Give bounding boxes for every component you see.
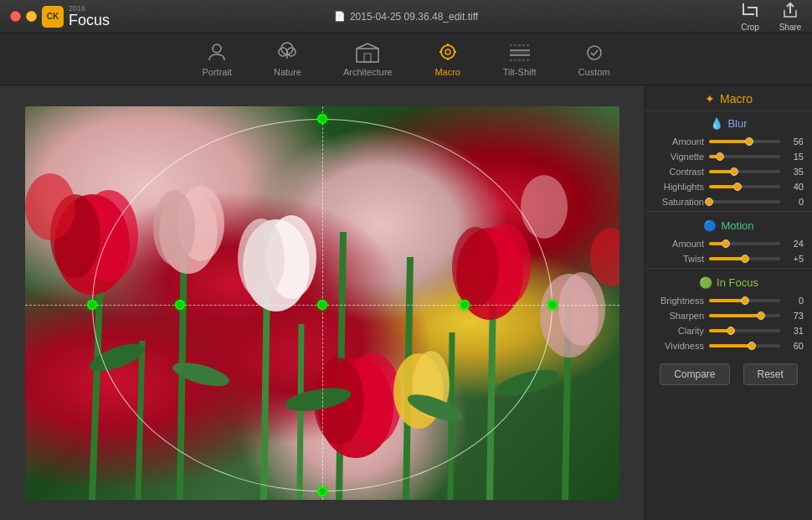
custom-label: Custom xyxy=(578,67,610,77)
infocus-brightness-thumb[interactable] xyxy=(741,296,749,305)
blur-contrast-thumb[interactable] xyxy=(730,167,738,176)
infocus-sharpen-label: Sharpen xyxy=(654,311,704,321)
panel-title: Macro xyxy=(720,92,753,106)
motion-amount-slider[interactable] xyxy=(709,242,780,245)
nature-icon xyxy=(274,42,301,64)
blur-amount-thumb[interactable] xyxy=(745,137,753,146)
canvas-area[interactable] xyxy=(0,85,645,520)
app-name-wrap: 2016 Focus xyxy=(69,5,110,28)
divider-2 xyxy=(645,268,812,269)
share-button[interactable]: Share xyxy=(779,2,802,32)
svg-rect-3 xyxy=(756,7,758,17)
crop-button[interactable]: Crop xyxy=(738,2,762,32)
blur-highlights-thumb[interactable] xyxy=(733,183,742,191)
infocus-icon: 🟢 xyxy=(699,276,712,289)
motion-amount-label: Amount xyxy=(654,239,704,249)
ctrl-point-inner-right[interactable] xyxy=(460,300,470,310)
panel-header: ✦ Macro xyxy=(645,85,812,111)
app-name: Focus xyxy=(69,13,110,28)
tool-macro[interactable]: Macro xyxy=(426,39,470,80)
blur-contrast-label: Contrast xyxy=(654,167,704,177)
custom-icon xyxy=(581,42,608,64)
ctrl-point-inner-left[interactable] xyxy=(175,300,185,310)
close-button[interactable] xyxy=(10,11,21,22)
svg-point-4 xyxy=(213,44,221,53)
blur-sliders: Amount 56 Vignette 15 Contrast xyxy=(645,134,812,209)
ctrl-point-right[interactable] xyxy=(547,300,558,310)
blur-amount-label: Amount xyxy=(654,136,704,147)
infocus-brightness-slider[interactable] xyxy=(709,299,780,302)
motion-twist-row: Twist +5 xyxy=(645,251,812,266)
blur-amount-row: Amount 56 xyxy=(645,134,812,149)
blur-saturation-row: Saturation 0 xyxy=(645,194,812,209)
tool-nature[interactable]: Nature xyxy=(265,39,310,80)
app-logo: CK 2016 Focus xyxy=(42,5,110,28)
motion-icon: 🔵 xyxy=(703,219,717,232)
minimize-button[interactable] xyxy=(26,11,37,22)
svg-rect-18 xyxy=(510,50,530,55)
infocus-vividness-fill xyxy=(709,344,752,348)
blur-saturation-thumb[interactable] xyxy=(705,198,713,206)
blur-vignette-thumb[interactable] xyxy=(716,152,724,161)
divider-1 xyxy=(645,211,812,212)
tool-tilt-shift[interactable]: Tilt-Shift xyxy=(495,39,545,80)
blur-saturation-slider[interactable] xyxy=(709,200,780,203)
blur-vignette-slider[interactable] xyxy=(709,155,780,158)
motion-twist-slider[interactable] xyxy=(709,257,780,260)
tilt-shift-icon xyxy=(506,42,533,64)
architecture-icon xyxy=(354,42,381,64)
motion-sliders: Amount 24 Twist +5 xyxy=(645,236,812,266)
title-bar-right: Crop Share xyxy=(738,2,802,32)
macro-panel-icon: ✦ xyxy=(705,92,715,106)
blur-contrast-slider[interactable] xyxy=(709,170,780,173)
ctrl-point-bottom[interactable] xyxy=(317,487,327,497)
infocus-brightness-label: Brightness xyxy=(654,296,704,306)
infocus-sharpen-thumb[interactable] xyxy=(757,311,765,320)
svg-point-11 xyxy=(445,49,450,54)
infocus-brightness-row: Brightness 0 xyxy=(645,293,812,308)
infocus-clarity-slider[interactable] xyxy=(709,329,780,332)
blur-highlights-row: Highlights 40 xyxy=(645,179,812,194)
blur-amount-slider[interactable] xyxy=(709,140,780,143)
blur-highlights-value: 40 xyxy=(785,182,804,192)
svg-rect-8 xyxy=(357,49,378,62)
file-icon: 📄 xyxy=(334,11,346,22)
ctrl-point-inner-center[interactable] xyxy=(317,300,327,310)
share-icon xyxy=(779,2,802,20)
toolbar: Portrait Nature Architecture xyxy=(0,33,812,85)
motion-amount-value: 24 xyxy=(785,239,804,249)
infocus-vividness-row: Vividness 60 xyxy=(645,338,812,353)
compare-button[interactable]: Compare xyxy=(660,363,729,385)
ctrl-point-top[interactable] xyxy=(317,114,327,124)
tool-portrait[interactable]: Portrait xyxy=(193,39,239,80)
blur-saturation-value: 0 xyxy=(785,197,804,207)
reset-button[interactable]: Reset xyxy=(743,363,798,385)
svg-rect-0 xyxy=(743,3,744,15)
motion-section-header: 🔵 Motion xyxy=(645,214,812,236)
infocus-sharpen-value: 73 xyxy=(785,311,804,321)
blur-section-header: 💧 Blur xyxy=(645,111,812,134)
infocus-sliders: Brightness 0 Sharpen 73 Clarity xyxy=(645,293,812,353)
blur-highlights-label: Highlights xyxy=(654,182,704,192)
infocus-vividness-slider[interactable] xyxy=(709,344,780,348)
infocus-sharpen-slider[interactable] xyxy=(709,314,780,317)
blur-amount-value: 56 xyxy=(785,136,804,147)
infocus-brightness-value: 0 xyxy=(785,296,804,306)
infocus-section-header: 🟢 In Focus xyxy=(645,270,812,293)
logo-icon: CK xyxy=(42,6,64,28)
ctrl-point-left[interactable] xyxy=(87,300,97,310)
infocus-vividness-thumb[interactable] xyxy=(748,342,756,350)
blur-icon: 💧 xyxy=(710,117,723,130)
motion-amount-thumb[interactable] xyxy=(722,239,730,248)
blur-highlights-slider[interactable] xyxy=(709,185,780,188)
infocus-title: In Focus xyxy=(717,276,758,289)
infocus-clarity-thumb[interactable] xyxy=(727,327,735,335)
infocus-brightness-fill xyxy=(709,299,745,302)
svg-rect-9 xyxy=(364,54,371,62)
tool-custom[interactable]: Custom xyxy=(570,39,619,80)
tool-architecture[interactable]: Architecture xyxy=(335,39,401,80)
svg-rect-1 xyxy=(743,13,754,15)
motion-twist-thumb[interactable] xyxy=(741,255,749,263)
tilt-shift-label: Tilt-Shift xyxy=(503,67,537,77)
file-name: 📄 2015-04-25 09.36.48_edit.tiff xyxy=(334,11,478,23)
